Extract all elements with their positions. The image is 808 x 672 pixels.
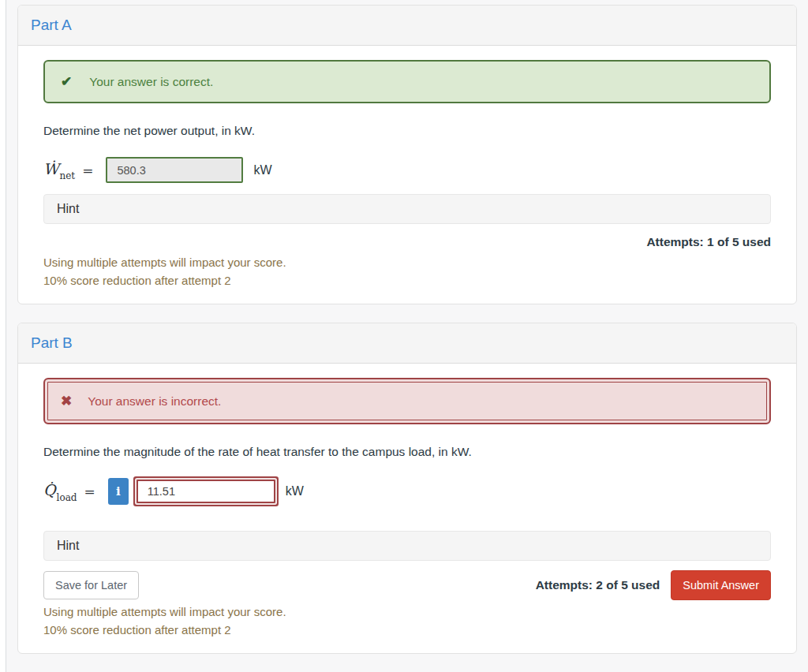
part-b-score-warning: Using multiple attempts will impact your… (43, 603, 771, 639)
part-a-attempts-counter: Attempts: 1 of 5 used (43, 235, 771, 249)
part-a-hint-button[interactable]: Hint (43, 194, 771, 224)
check-icon: ✔ (61, 73, 72, 90)
correct-banner-text: Your answer is correct. (89, 75, 213, 89)
w-net-variable: Ẇnet (43, 160, 74, 181)
part-b-unit-label: kW (286, 484, 304, 498)
equals-sign: = (84, 483, 95, 499)
part-a-score-warning: Using multiple attempts will impact your… (43, 254, 771, 289)
part-a-title: Part A (31, 17, 784, 34)
part-b-body: ✖ Your answer is incorrect. Determine th… (18, 364, 796, 653)
q-load-subscript: load (57, 492, 77, 503)
part-b-card: Part B ✖ Your answer is incorrect. Deter… (17, 323, 797, 654)
correct-answer-banner: ✔ Your answer is correct. (43, 60, 771, 103)
part-a-formula-row: Ẇnet = kW (43, 157, 771, 183)
part-a-unit-label: kW (253, 163, 271, 177)
submit-answer-button[interactable]: Submit Answer (671, 570, 771, 600)
info-icon[interactable]: i (108, 478, 129, 505)
part-b-action-right: Attempts: 2 of 5 used Submit Answer (536, 570, 771, 600)
part-b-attempts-counter: Attempts: 2 of 5 used (536, 578, 660, 592)
part-b-header: Part B (18, 323, 796, 364)
warning-line-1: Using multiple attempts will impact your… (43, 603, 771, 622)
w-dot-symbol: Ẇ (43, 160, 59, 177)
part-a-answer-input[interactable] (106, 157, 243, 183)
q-load-variable: Q̇load (43, 481, 76, 502)
part-b-question: Determine the magnitude of the rate of h… (43, 445, 771, 459)
save-for-later-button[interactable]: Save for Later (43, 571, 139, 599)
quiz-page: Part A ✔ Your answer is correct. Determi… (6, 0, 808, 672)
part-b-title: Part B (31, 334, 784, 352)
part-a-header: Part A (18, 6, 796, 46)
q-dot-symbol: Q̇ (43, 481, 56, 498)
warning-line-2: 10% score reduction after attempt 2 (43, 622, 771, 640)
incorrect-banner-text: Your answer is incorrect. (88, 394, 221, 409)
warning-line-2: 10% score reduction after attempt 2 (43, 272, 771, 290)
x-icon: ✖ (61, 393, 72, 409)
part-b-action-row: Save for Later Attempts: 2 of 5 used Sub… (43, 570, 771, 600)
incorrect-answer-banner: ✖ Your answer is incorrect. (43, 378, 771, 424)
part-b-answer-input[interactable] (137, 480, 275, 503)
part-a-card: Part A ✔ Your answer is correct. Determi… (17, 5, 797, 304)
part-b-formula-row: Q̇load = i kW (43, 478, 771, 505)
w-net-subscript: net (60, 170, 76, 181)
part-a-question: Determine the net power output, in kW. (43, 124, 771, 138)
warning-line-1: Using multiple attempts will impact your… (43, 254, 771, 272)
equals-sign: = (82, 162, 93, 178)
part-a-body: ✔ Your answer is correct. Determine the … (18, 46, 796, 304)
part-b-hint-button[interactable]: Hint (43, 531, 771, 561)
